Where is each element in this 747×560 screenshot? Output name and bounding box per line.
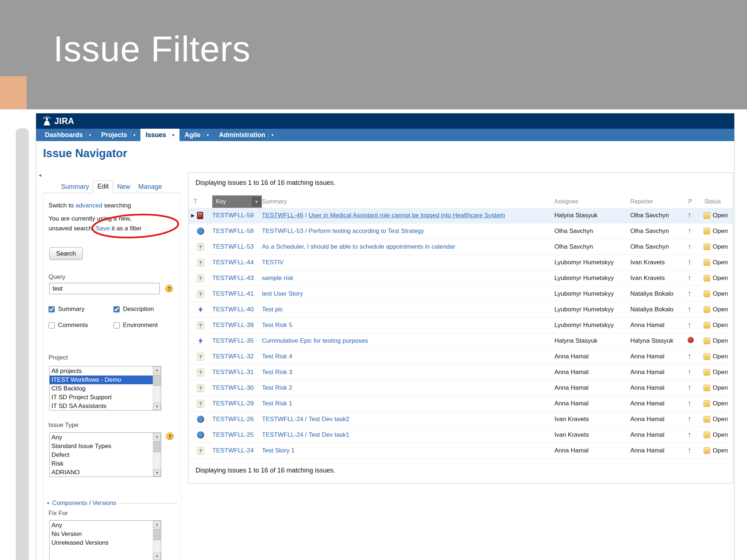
listbox-option[interactable]: Any bbox=[50, 521, 153, 530]
issue-summary-link[interactable]: User in Medical Assistant role cannot be… bbox=[309, 212, 505, 219]
issue-summary-link[interactable]: Test Dev task2 bbox=[309, 416, 349, 423]
scrollbar-thumb[interactable] bbox=[154, 375, 160, 386]
comments-checkbox-input[interactable] bbox=[49, 322, 55, 328]
parent-issue-link[interactable]: TESTWFLL-24 bbox=[262, 431, 303, 438]
listbox-scrollbar[interactable]: ▲▼ bbox=[153, 366, 161, 410]
listbox-option[interactable]: ADRIANO bbox=[50, 468, 153, 477]
nav-item-projects[interactable]: Projects▾ bbox=[96, 129, 141, 141]
scrollbar-track[interactable] bbox=[153, 440, 161, 469]
issue-summary-link[interactable]: Test Risk 1 bbox=[262, 400, 292, 407]
scroll-up-icon[interactable]: ▲ bbox=[153, 366, 161, 374]
issue-summary-link[interactable]: Test Risk 5 bbox=[262, 322, 292, 328]
listbox-option[interactable]: Unreleased Versions bbox=[50, 538, 153, 547]
issue-summary-link[interactable]: Test Risk 2 bbox=[262, 384, 292, 391]
scrollbar-track[interactable] bbox=[153, 528, 161, 553]
col-type[interactable]: T bbox=[189, 198, 212, 205]
summary-checkbox-input[interactable] bbox=[49, 306, 55, 312]
scrollbar-thumb[interactable] bbox=[154, 441, 160, 452]
advanced-search-link[interactable]: advanced bbox=[76, 202, 102, 209]
listbox-scrollbar[interactable]: ▲▼ bbox=[153, 521, 161, 560]
col-priority[interactable]: P bbox=[686, 198, 701, 205]
scroll-up-icon[interactable]: ▲ bbox=[153, 521, 161, 528]
issue-key-link[interactable]: TESTWFLL-24 bbox=[212, 447, 253, 454]
fix-for-listbox[interactable]: AnyNo VersionUnreleased Versions▲▼ bbox=[49, 520, 161, 560]
issue-key-link[interactable]: TESTWFLL-44 bbox=[212, 259, 253, 266]
nav-item-administration[interactable]: Administration▾ bbox=[214, 129, 279, 141]
col-reporter[interactable]: Reporter bbox=[630, 198, 686, 205]
tab-new[interactable]: New bbox=[113, 181, 134, 193]
issue-key-link[interactable]: TESTWFLL-43 bbox=[212, 275, 253, 281]
issue-key-link[interactable]: TESTWFLL-41 bbox=[212, 290, 253, 297]
tab-manage[interactable]: Manage bbox=[134, 181, 166, 193]
issue-summary-link[interactable]: Test Dev task1 bbox=[309, 431, 349, 438]
issue-type-help-icon[interactable]: ? bbox=[166, 432, 174, 440]
issue-summary-link[interactable]: Perform testing according to Test Strate… bbox=[309, 228, 424, 234]
col-key[interactable]: Key ▼ bbox=[212, 195, 262, 208]
search-button[interactable]: Search bbox=[49, 247, 83, 260]
listbox-option[interactable]: IT SD Project Support bbox=[50, 393, 153, 402]
scroll-up-icon[interactable]: ▲ bbox=[153, 433, 161, 440]
listbox-option[interactable]: Any bbox=[50, 433, 153, 442]
issue-key-link[interactable]: TESTWFLL-26 bbox=[212, 416, 253, 423]
project-listbox[interactable]: All projectsITEST Workflows - DemoCIS Ba… bbox=[49, 366, 161, 411]
collapse-sidebar-icon[interactable]: ◄ bbox=[38, 172, 42, 178]
listbox-option[interactable]: Risk bbox=[50, 459, 153, 468]
checkbox-comments[interactable]: Comments bbox=[49, 322, 113, 329]
issue-summary-link[interactable]: Test Risk 4 bbox=[262, 353, 292, 360]
components-versions-header[interactable]: ▼ Components / Versions bbox=[46, 499, 178, 507]
scroll-down-icon[interactable]: ▼ bbox=[153, 553, 161, 560]
description-checkbox-input[interactable] bbox=[113, 306, 120, 312]
scroll-down-icon[interactable]: ▼ bbox=[153, 403, 161, 410]
issue-summary-link[interactable]: Test Story 1 bbox=[262, 447, 295, 454]
issue-key-link[interactable]: TESTWFLL-30 bbox=[212, 384, 253, 391]
listbox-option[interactable]: All projects bbox=[50, 367, 153, 376]
issue-key-link[interactable]: TESTWFLL-53 bbox=[212, 243, 253, 250]
issue-key-link[interactable]: TESTWFLL-32 bbox=[212, 353, 253, 360]
query-help-icon[interactable]: ? bbox=[165, 285, 173, 292]
issue-summary-link[interactable]: test User Story bbox=[262, 290, 303, 297]
issue-summary-link[interactable]: Test Risk 3 bbox=[262, 369, 292, 376]
parent-issue-link[interactable]: TESTWFLL-24 bbox=[262, 416, 303, 423]
parent-issue-link[interactable]: TESTWFLL-53 bbox=[262, 228, 303, 234]
nav-item-agile[interactable]: Agile▾ bbox=[179, 129, 214, 141]
checkbox-environment[interactable]: Environment bbox=[113, 322, 178, 329]
issue-key-link[interactable]: TESTWFLL-35 bbox=[212, 337, 253, 344]
col-assignee[interactable]: Assignee bbox=[554, 198, 630, 205]
query-input[interactable] bbox=[49, 283, 160, 294]
tab-summary[interactable]: Summary bbox=[57, 181, 93, 193]
issue-summary-link[interactable]: sample risk bbox=[262, 275, 293, 281]
nav-item-dashboards[interactable]: Dashboards▾ bbox=[40, 129, 96, 141]
listbox-option[interactable]: Standard Issue Types bbox=[50, 442, 153, 451]
issue-key-link[interactable]: TESTWFLL-59 bbox=[212, 212, 253, 219]
listbox-option[interactable]: CIS Backlog bbox=[50, 384, 153, 393]
parent-issue-link[interactable]: TESTWFLL-46 bbox=[262, 212, 303, 219]
col-status[interactable]: Status bbox=[701, 198, 733, 205]
checkbox-summary[interactable]: Summary bbox=[49, 306, 113, 313]
issue-summary-link[interactable]: Test pic bbox=[262, 306, 283, 313]
listbox-option[interactable]: ITEST Workflows - Demo bbox=[50, 376, 153, 384]
listbox-option[interactable]: No Version bbox=[50, 530, 153, 538]
issue-key-link[interactable]: TESTWFLL-39 bbox=[212, 322, 253, 328]
col-summary[interactable]: Summary bbox=[262, 198, 554, 205]
nav-item-issues[interactable]: Issues▾ bbox=[140, 129, 179, 141]
issue-summary-link[interactable]: As a Scheduler, I should be able to sche… bbox=[262, 243, 455, 250]
tab-edit[interactable]: Edit bbox=[93, 180, 113, 193]
issue-key-link[interactable]: TESTWFLL-58 bbox=[212, 228, 253, 234]
issue-type-listbox[interactable]: AnyStandard Issue TypesDefectRiskADRIANO… bbox=[49, 432, 161, 477]
environment-checkbox-input[interactable] bbox=[113, 322, 120, 328]
scrollbar-track[interactable] bbox=[153, 374, 161, 403]
issue-summary-link[interactable]: Cummulative Epic for testing purposes bbox=[262, 337, 368, 344]
issue-key-link[interactable]: TESTWFLL-25 bbox=[212, 431, 253, 438]
issue-key-link[interactable]: TESTWFLL-40 bbox=[212, 306, 253, 313]
listbox-option[interactable]: IT SD SA Assistants bbox=[50, 402, 153, 410]
issue-key-link[interactable]: TESTWFLL-29 bbox=[212, 400, 253, 407]
checkbox-description[interactable]: Description bbox=[113, 306, 178, 313]
issue-summary-link[interactable]: TESTIV bbox=[262, 259, 284, 266]
listbox-option[interactable]: Defect bbox=[50, 451, 153, 459]
issue-key-link[interactable]: TESTWFLL-31 bbox=[212, 369, 253, 376]
save-filter-link[interactable]: Save bbox=[96, 225, 110, 232]
listbox-scrollbar[interactable]: ▲▼ bbox=[153, 433, 161, 477]
scroll-down-icon[interactable]: ▼ bbox=[153, 469, 161, 477]
scrollbar-thumb[interactable] bbox=[154, 529, 160, 540]
sort-icon[interactable]: ▼ bbox=[252, 197, 261, 206]
